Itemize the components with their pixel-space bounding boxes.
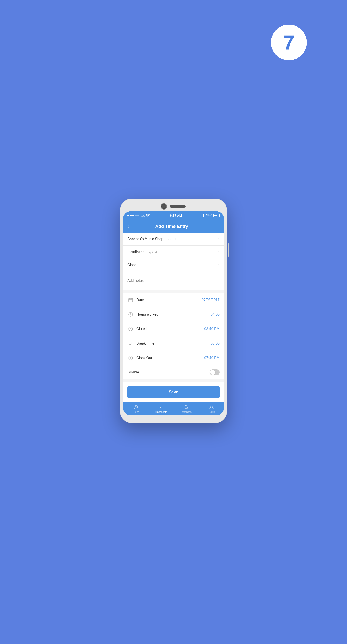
status-bar: GS 9:17 AM 58 %	[123, 211, 224, 220]
battery-fill	[214, 215, 217, 216]
save-separator	[123, 380, 224, 382]
phone-top-hardware	[123, 202, 224, 211]
clock-in-icon	[128, 326, 134, 332]
nav-item-expenses[interactable]: Expenses	[174, 404, 199, 413]
clock-in-label: Clock In	[136, 327, 204, 331]
speaker	[170, 205, 186, 208]
hours-label: Hours worked	[136, 312, 210, 316]
nav-label-expenses: Expenses	[181, 410, 192, 413]
signal-dot-2	[130, 215, 132, 216]
clock-in-value: 03:40 PM	[204, 327, 220, 331]
clock-out-icon	[128, 355, 134, 361]
save-section: Save	[123, 382, 224, 402]
calendar-icon	[128, 297, 134, 303]
phone-shell: GS 9:17 AM 58 % ‹ Add Time Entry	[120, 198, 227, 423]
client-name: Babcock's Music Shop	[128, 237, 163, 241]
battery-percent: 58 %	[206, 214, 212, 217]
client-row[interactable]: Babcock's Music Shop required ›	[123, 232, 224, 246]
notes-row[interactable]	[123, 272, 224, 290]
client-label: Babcock's Music Shop required	[128, 237, 216, 241]
hours-worked-row[interactable]: Hours worked 04:00	[123, 307, 224, 322]
project-label: Installation required	[128, 250, 216, 254]
svg-rect-10	[159, 405, 163, 409]
signal-label: GS	[141, 214, 145, 217]
client-required: required	[166, 238, 176, 241]
logo-number: 7	[283, 32, 294, 52]
save-button[interactable]: Save	[128, 386, 220, 398]
client-chevron-icon: ›	[218, 237, 220, 241]
side-button	[228, 243, 229, 257]
project-row[interactable]: Installation required ›	[123, 246, 224, 258]
phone-bottom-hardware	[123, 416, 224, 420]
header-title: Add Time Entry	[132, 224, 212, 229]
nav-label-timesheets: Timesheets	[154, 410, 167, 413]
wifi-icon	[146, 214, 150, 217]
class-label: Class	[128, 263, 216, 267]
nav-item-timer[interactable]: Timer	[123, 404, 148, 413]
class-row[interactable]: Class ›	[123, 258, 224, 272]
clock-in-row[interactable]: Clock In 03:40 PM	[123, 322, 224, 336]
status-time: 9:17 AM	[170, 214, 182, 217]
svg-rect-0	[128, 298, 132, 302]
phone-screen: GS 9:17 AM 58 % ‹ Add Time Entry	[123, 211, 224, 416]
billable-row: Billable	[123, 366, 224, 380]
status-left: GS	[128, 214, 150, 217]
expenses-icon	[184, 404, 189, 410]
nav-item-profile[interactable]: Profile	[199, 404, 224, 413]
date-row[interactable]: Date 07/06/2017	[123, 293, 224, 307]
signal-dot-5	[137, 215, 139, 216]
camera	[162, 204, 166, 209]
clock-out-row[interactable]: Clock Out 07:40 PM	[123, 351, 224, 366]
break-time-row[interactable]: Break Time 00:00	[123, 336, 224, 351]
billable-toggle[interactable]	[210, 370, 220, 375]
break-value: 00:00	[210, 342, 220, 346]
timesheets-icon	[158, 404, 164, 410]
signal-dots	[128, 215, 139, 216]
form-content: Babcock's Music Shop required › Installa…	[123, 232, 224, 416]
bottom-nav: Timer Timesheets Exp	[123, 402, 224, 416]
check-icon	[128, 340, 134, 346]
signal-dot-3	[132, 215, 134, 216]
svg-point-7	[130, 358, 131, 358]
nav-item-timesheets[interactable]: Timesheets	[148, 404, 174, 413]
nav-label-timer: Timer	[132, 410, 139, 413]
timer-icon	[133, 404, 138, 410]
clock-out-label: Clock Out	[136, 356, 204, 360]
toggle-knob	[210, 370, 215, 375]
project-chevron-icon: ›	[218, 250, 220, 254]
date-label: Date	[136, 298, 202, 302]
back-button[interactable]: ‹	[128, 223, 129, 230]
clock-out-value: 07:40 PM	[204, 356, 220, 360]
bluetooth-icon	[202, 214, 204, 217]
nav-label-profile: Profile	[208, 410, 215, 413]
notes-input[interactable]	[128, 275, 220, 286]
project-name: Installation	[128, 250, 145, 254]
svg-point-15	[210, 405, 212, 407]
break-label: Break Time	[136, 342, 210, 346]
battery-icon	[213, 214, 220, 217]
app-header: ‹ Add Time Entry	[123, 220, 224, 232]
clock-icon	[128, 311, 134, 318]
date-value: 07/06/2017	[202, 298, 220, 302]
profile-icon	[209, 404, 214, 410]
signal-dot-1	[128, 215, 129, 216]
status-right: 58 %	[202, 214, 220, 217]
class-chevron-icon: ›	[218, 263, 220, 267]
section-separator	[123, 290, 224, 293]
signal-dot-4	[135, 215, 136, 216]
app-logo: 7	[271, 24, 307, 60]
hours-value: 04:00	[210, 312, 220, 316]
project-required: required	[147, 251, 157, 254]
billable-label: Billable	[128, 370, 210, 374]
